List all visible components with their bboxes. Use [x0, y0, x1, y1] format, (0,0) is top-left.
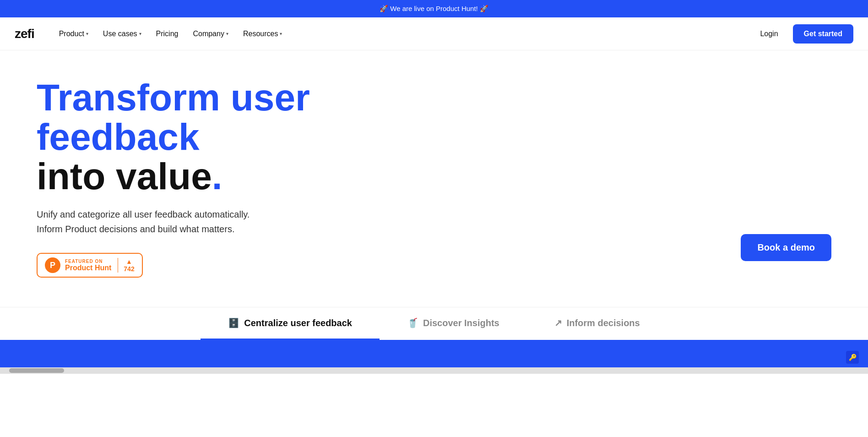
- tab-discover-insights[interactable]: 🥤 Discover Insights: [380, 307, 527, 340]
- bottom-strip: 🔑: [0, 340, 868, 367]
- product-hunt-logo: P: [45, 257, 60, 273]
- upvote-icon: ▲: [126, 258, 132, 265]
- nav-item-company[interactable]: Company ▾: [186, 26, 234, 42]
- banner-text: 🚀 We are live on Product Hunt! 🚀: [380, 5, 488, 12]
- login-button[interactable]: Login: [753, 26, 785, 42]
- hero-title-line1: Transform user feedback: [37, 76, 310, 158]
- product-hunt-text: FEATURED ON Product Hunt: [65, 259, 111, 272]
- scrollbar[interactable]: [0, 367, 868, 374]
- navbar: zefi Product ▾ Use cases ▾ Pricing Compa…: [0, 17, 868, 50]
- nav-item-product[interactable]: Product ▾: [53, 26, 95, 42]
- bottom-extension-icon: 🔑: [846, 351, 859, 364]
- top-banner: 🚀 We are live on Product Hunt! 🚀: [0, 0, 868, 17]
- centralize-icon: 🗄️: [228, 317, 239, 328]
- vote-count: 742: [124, 265, 134, 273]
- chevron-down-icon: ▾: [226, 31, 228, 36]
- nav-right: Login Get started: [753, 24, 853, 44]
- tab-centralize-feedback[interactable]: 🗄️ Centralize user feedback: [201, 307, 380, 340]
- hero-title: Transform user feedback into value.: [37, 78, 449, 196]
- nav-item-pricing[interactable]: Pricing: [150, 26, 185, 42]
- hero-subtitle: Unify and categorize all user feedback a…: [37, 207, 311, 236]
- tab-inform-label: Inform decisions: [567, 318, 640, 328]
- tab-centralize-label: Centralize user feedback: [244, 318, 352, 328]
- nav-links: Product ▾ Use cases ▾ Pricing Company ▾ …: [53, 26, 753, 42]
- product-hunt-votes: ▲ 742: [118, 258, 134, 273]
- tabs-section: 🗄️ Centralize user feedback 🥤 Discover I…: [0, 307, 868, 340]
- nav-item-resources[interactable]: Resources ▾: [237, 26, 288, 42]
- chevron-down-icon: ▾: [139, 31, 141, 36]
- discover-icon: 🥤: [407, 317, 418, 328]
- inform-icon: ↗: [554, 317, 562, 328]
- tab-inform-decisions[interactable]: ↗ Inform decisions: [527, 307, 667, 340]
- hero-section: Transform user feedback into value. Unif…: [0, 50, 868, 307]
- book-demo-button[interactable]: Book a demo: [741, 234, 831, 261]
- chevron-down-icon: ▾: [86, 31, 88, 36]
- nav-item-usecases[interactable]: Use cases ▾: [97, 26, 148, 42]
- get-started-button[interactable]: Get started: [793, 24, 853, 44]
- tab-discover-label: Discover Insights: [423, 318, 499, 328]
- hero-title-line2: into value.: [37, 155, 222, 197]
- scroll-thumb[interactable]: [9, 368, 64, 373]
- product-hunt-badge[interactable]: P FEATURED ON Product Hunt ▲ 742: [37, 253, 143, 278]
- chevron-down-icon: ▾: [280, 31, 282, 36]
- product-hunt-name: Product Hunt: [65, 264, 111, 272]
- logo[interactable]: zefi: [15, 27, 34, 41]
- product-hunt-featured-label: FEATURED ON: [65, 259, 111, 264]
